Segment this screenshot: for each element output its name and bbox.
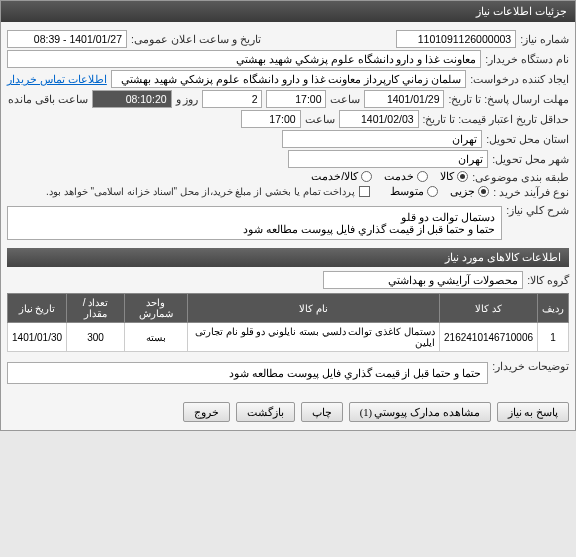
remaining-time-field: 08:10:20	[92, 90, 172, 108]
items-table: ردیف کد کالا نام کالا واحد شمارش تعداد /…	[7, 293, 569, 352]
deadline-date-field: 1401/01/29	[364, 90, 444, 108]
buyer-notes-text: حتما و حتما قبل از قیمت گذاري فایل پیوست…	[229, 367, 481, 379]
cell-row: 1	[538, 323, 569, 352]
category-goods-option[interactable]: کالا	[440, 170, 468, 183]
th-date: تاریخ نیاز	[8, 294, 67, 323]
category-service-option[interactable]: خدمت	[384, 170, 428, 183]
category-radio-group: کالا خدمت کالا/خدمت	[311, 170, 468, 183]
window-title: جزئیات اطلاعات نیاز	[476, 5, 567, 17]
time-label-2: ساعت	[305, 113, 335, 125]
request-no-label: شماره نیاز:	[520, 33, 569, 45]
price-valid-time-field: 17:00	[241, 110, 301, 128]
buyer-label: نام دستگاه خریدار:	[485, 53, 569, 65]
category-both-option[interactable]: کالا/خدمت	[311, 170, 372, 183]
category-label: طبقه بندی موضوعی:	[472, 171, 569, 183]
th-code: کد کالا	[440, 294, 538, 323]
buyer-contact-link[interactable]: اطلاعات تماس خریدار	[7, 73, 107, 85]
desc-line1: دستمال توالت دو قلو	[14, 211, 495, 223]
city-req-field: تهران	[282, 130, 482, 148]
days-field: 2	[202, 90, 262, 108]
buyer-notes-box: حتما و حتما قبل از قیمت گذاري فایل پیوست…	[7, 362, 488, 384]
attachments-button[interactable]: مشاهده مدارک پیوستي (1)	[349, 402, 491, 422]
titlebar: جزئیات اطلاعات نیاز	[1, 1, 575, 22]
category-service-label: خدمت	[384, 170, 414, 183]
price-valid-label: حداقل تاریخ اعتبار قیمت: تا تاریخ:	[423, 113, 569, 125]
group-field: محصولات آرایشي و بهداشتي	[323, 271, 523, 289]
buyer-field: معاونت غذا و دارو دانشگاه علوم پزشکي شهی…	[7, 50, 481, 68]
buyer-notes-label: توضیحات خریدار:	[492, 360, 569, 372]
request-no-field: 1101091126000003	[396, 30, 516, 48]
remaining-label: ساعت باقی مانده	[8, 93, 88, 105]
th-row: ردیف	[538, 294, 569, 323]
time-label-1: ساعت	[330, 93, 360, 105]
content-area: شماره نیاز: 1101091126000003 تاریخ و ساع…	[1, 22, 575, 394]
announce-dt-field: 1401/01/27 - 08:39	[7, 30, 127, 48]
creator-label: ایجاد کننده درخواست:	[470, 73, 569, 85]
desc-box: دستمال توالت دو قلو حتما و حتما قبل از ق…	[7, 206, 502, 240]
radio-icon	[478, 186, 489, 197]
days-label: روز و	[176, 93, 199, 105]
button-bar: پاسخ به نیاز مشاهده مدارک پیوستي (1) چاپ…	[1, 394, 575, 430]
process-minor-label: جزیی	[450, 185, 475, 198]
exit-button[interactable]: خروج	[183, 402, 230, 422]
process-medium-label: متوسط	[390, 185, 424, 198]
window: جزئیات اطلاعات نیاز شماره نیاز: 11010911…	[0, 0, 576, 431]
radio-icon	[417, 171, 428, 182]
creator-field: سلمان زماني کارپرداز معاونت غذا و دارو د…	[111, 70, 466, 88]
treasury-checkbox[interactable]	[359, 186, 370, 197]
category-goods-label: کالا	[440, 170, 454, 183]
payment-note: پرداخت تمام یا بخشي از مبلغ خرید،از محل …	[46, 186, 355, 197]
deadline-label: مهلت ارسال پاسخ: تا تاریخ:	[448, 93, 569, 105]
cell-unit: بسته	[125, 323, 188, 352]
city-req-label: استان محل تحویل:	[486, 133, 569, 145]
process-label: نوع فرآیند خرید :	[493, 186, 569, 198]
process-radio-group: جزیی متوسط	[390, 185, 489, 198]
radio-icon	[427, 186, 438, 197]
th-name: نام کالا	[187, 294, 439, 323]
cell-code: 2162410146710006	[440, 323, 538, 352]
group-label: گروه کالا:	[527, 274, 569, 286]
deadline-time-field: 17:00	[266, 90, 326, 108]
price-valid-date-field: 1401/02/03	[339, 110, 419, 128]
back-button[interactable]: بازگشت	[236, 402, 295, 422]
th-qty: تعداد / مقدار	[67, 294, 125, 323]
city-deliver-field: تهران	[288, 150, 488, 168]
desc-line2: حتما و حتما قبل از قیمت گذاري فایل پیوست…	[14, 223, 495, 235]
cell-qty: 300	[67, 323, 125, 352]
reply-button[interactable]: پاسخ به نیاز	[497, 402, 569, 422]
process-minor-option[interactable]: جزیی	[450, 185, 489, 198]
table-header-row: ردیف کد کالا نام کالا واحد شمارش تعداد /…	[8, 294, 569, 323]
items-section-header: اطلاعات کالاهای مورد نیاز	[7, 248, 569, 267]
desc-label: شرح کلي نیاز:	[506, 204, 569, 216]
radio-icon	[361, 171, 372, 182]
print-button[interactable]: چاپ	[301, 402, 343, 422]
th-unit: واحد شمارش	[125, 294, 188, 323]
table-row[interactable]: 1 2162410146710006 دستمال کاغذی توالت دل…	[8, 323, 569, 352]
radio-icon	[457, 171, 468, 182]
cell-name: دستمال کاغذی توالت دلسي بسته نایلوني دو …	[187, 323, 439, 352]
category-both-label: کالا/خدمت	[311, 170, 358, 183]
announce-dt-label: تاریخ و ساعت اعلان عمومی:	[131, 33, 261, 45]
process-medium-option[interactable]: متوسط	[390, 185, 438, 198]
cell-date: 1401/01/30	[8, 323, 67, 352]
city-deliver-label: شهر محل تحویل:	[492, 153, 569, 165]
